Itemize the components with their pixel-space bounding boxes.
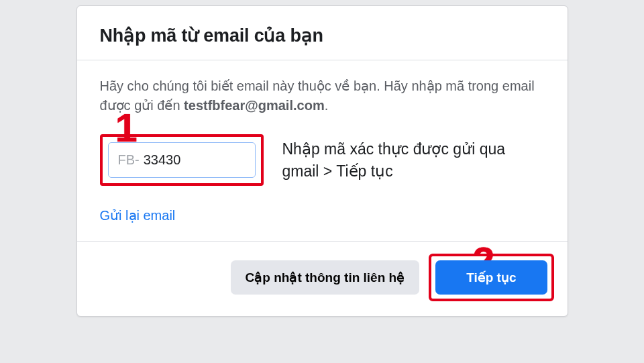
dialog-header: Nhập mã từ email của bạn xyxy=(77,6,568,60)
continue-highlight-box: Tiếp tục xyxy=(429,254,553,301)
dialog-body: Hãy cho chúng tôi biết email này thuộc v… xyxy=(77,60,568,241)
dialog-footer: Cập nhật thông tin liên hệ Tiếp tục xyxy=(77,241,568,316)
code-highlight-box: FB- xyxy=(100,134,264,186)
instruction-suffix: . xyxy=(325,98,329,113)
resend-email-link[interactable]: Gửi lại email xyxy=(100,207,176,223)
code-prefix: FB- xyxy=(118,152,140,168)
verification-dialog: 1 2 Nhập mã từ email của bạn Hãy cho chú… xyxy=(76,5,568,317)
continue-button[interactable]: Tiếp tục xyxy=(435,260,547,295)
instruction-text: Hãy cho chúng tôi biết email này thuộc v… xyxy=(100,76,545,115)
instruction-email: testfbfear@gmail.com xyxy=(184,98,325,113)
update-contact-button[interactable]: Cập nhật thông tin liên hệ xyxy=(231,260,420,295)
code-input-container[interactable]: FB- xyxy=(108,142,256,178)
code-row: FB- Nhập mã xác thực được gửi qua gmail … xyxy=(100,134,545,186)
code-input[interactable] xyxy=(144,152,246,168)
annotation-text: Nhập mã xác thực được gửi qua gmail > Ti… xyxy=(282,138,545,181)
dialog-title: Nhập mã từ email của bạn xyxy=(100,25,545,46)
